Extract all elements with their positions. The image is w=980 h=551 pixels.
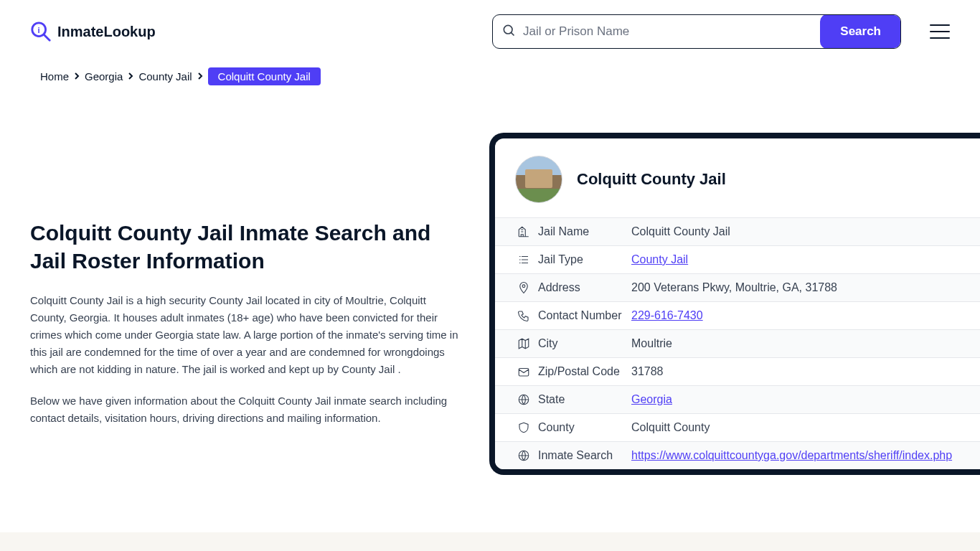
card-title: Colquitt County Jail — [577, 170, 726, 189]
breadcrumb: Home Georgia County Jail Colquitt County… — [0, 63, 980, 90]
info-row: StateGeorgia — [495, 385, 980, 413]
info-value: 31788 — [631, 365, 960, 378]
logo-text: InmateLookup — [57, 24, 156, 40]
info-row: Jail NameColquitt County Jail — [495, 217, 980, 245]
info-row: Zip/Postal Code31788 — [495, 357, 980, 385]
map-icon — [515, 337, 532, 350]
chevron-right-icon — [127, 72, 134, 82]
pin-icon — [515, 281, 532, 294]
info-row: Inmate Searchhttps://www.colquittcountyg… — [495, 441, 980, 469]
info-row: CountyColquitt County — [495, 413, 980, 441]
info-label: Zip/Postal Code — [538, 365, 631, 378]
breadcrumb-type[interactable]: County Jail — [138, 70, 192, 83]
avatar — [515, 156, 562, 203]
info-label: Inmate Search — [538, 449, 631, 462]
search-icon — [501, 23, 516, 40]
breadcrumb-current: Colquitt County Jail — [208, 67, 321, 85]
list-icon — [515, 253, 532, 266]
svg-text:i: i — [38, 26, 40, 34]
svg-line-1 — [44, 35, 50, 41]
phone-icon — [515, 309, 532, 322]
info-label: Address — [538, 281, 631, 294]
breadcrumb-state[interactable]: Georgia — [85, 70, 123, 83]
menu-icon[interactable] — [930, 24, 950, 39]
info-label: City — [538, 337, 631, 350]
info-value: Colquitt County Jail — [631, 225, 960, 238]
shield-icon — [515, 421, 532, 434]
chevron-right-icon — [73, 72, 80, 82]
info-link[interactable]: 229-616-7430 — [631, 309, 960, 322]
envelope-icon — [515, 365, 532, 378]
svg-point-5 — [522, 285, 525, 288]
info-label: Contact Number — [538, 309, 631, 322]
info-label: Jail Type — [538, 253, 631, 266]
search-button[interactable]: Search — [820, 14, 901, 49]
info-label: State — [538, 393, 631, 406]
globe2-icon — [515, 449, 532, 462]
logo-icon: i — [30, 21, 52, 42]
info-label: Jail Name — [538, 225, 631, 238]
footer-bar — [0, 532, 980, 551]
breadcrumb-home[interactable]: Home — [40, 70, 69, 83]
info-card: Colquitt County Jail Jail NameColquitt C… — [489, 133, 980, 475]
info-link[interactable]: Georgia — [631, 393, 960, 406]
page-title: Colquitt County Jail Inmate Search and J… — [30, 219, 461, 275]
svg-point-3 — [504, 25, 512, 34]
info-value: 200 Veterans Pkwy, Moultrie, GA, 31788 — [631, 281, 960, 294]
search-container: Search — [492, 14, 901, 49]
info-row: Contact Number229-616-7430 — [495, 301, 980, 329]
info-row: Address200 Veterans Pkwy, Moultrie, GA, … — [495, 273, 980, 301]
info-row: CityMoultrie — [495, 329, 980, 357]
info-label: County — [538, 421, 631, 434]
page-description-1: Colquitt County Jail is a high security … — [30, 292, 461, 378]
info-link[interactable]: https://www.colquittcountyga.gov/departm… — [631, 449, 960, 462]
chevron-right-icon — [197, 72, 204, 82]
info-value: Moultrie — [631, 337, 960, 350]
building-icon — [515, 225, 532, 238]
info-value: Colquitt County — [631, 421, 960, 434]
page-description-2: Below we have given information about th… — [30, 392, 461, 427]
site-logo[interactable]: i InmateLookup — [30, 21, 156, 42]
globe-icon — [515, 393, 532, 406]
search-input[interactable] — [523, 16, 812, 47]
svg-line-4 — [511, 32, 514, 35]
info-link[interactable]: County Jail — [631, 253, 960, 266]
info-row: Jail TypeCounty Jail — [495, 245, 980, 273]
